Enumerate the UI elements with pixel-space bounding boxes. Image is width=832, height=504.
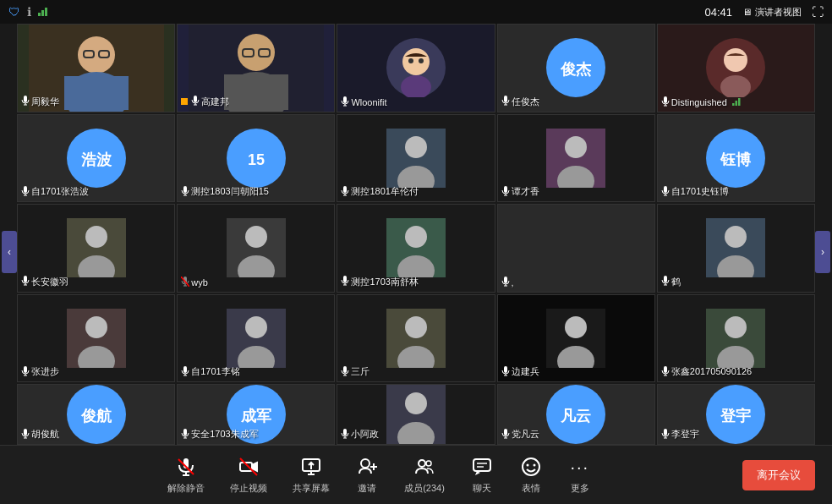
avatar-comma [498, 205, 654, 292]
toolbar-chat[interactable]: 聊天 [470, 455, 494, 495]
time-display: 04:41 [704, 6, 732, 19]
svg-point-165 [419, 460, 425, 467]
participant-cell-sanjin: 三斤 [337, 294, 495, 383]
svg-rect-148 [664, 429, 667, 436]
svg-point-21 [408, 58, 413, 63]
participant-cell-renjunjie: 俊杰 任俊杰 [497, 24, 655, 112]
svg-rect-59 [504, 186, 507, 193]
cell-label-bianjianbing: 边建兵 [501, 365, 539, 378]
top-bar-left: 🛡 ℹ [8, 5, 47, 19]
cell-label-zhangxin: 张鑫201705090126 [661, 365, 752, 378]
mic-icon-zhangxin [661, 366, 670, 378]
svg-rect-14 [224, 74, 288, 110]
cell-label-changan: 长安徽羽 [21, 276, 68, 288]
toolbar-video[interactable]: 停止视频 [230, 455, 267, 495]
mic-icon-hujunhang [21, 429, 30, 441]
toolbar-mute[interactable]: 解除静音 [167, 455, 205, 495]
cell-label-comma: , [501, 277, 514, 288]
mic-icon-wyb [181, 277, 189, 288]
cell-label-nanshulin: 测控1703南舒林 [341, 276, 418, 288]
participant-cell-zhuchengj: 成军 安全1703朱成军 [177, 384, 335, 445]
svg-point-96 [85, 316, 107, 338]
toolbar-label-invite: 邀请 [358, 482, 376, 495]
svg-rect-23 [343, 96, 347, 103]
presenter-view-btn[interactable]: 🖥 演讲者视图 [742, 6, 802, 19]
svg-text:15: 15 [248, 151, 265, 168]
mic-icon-zhuchengj [181, 429, 189, 441]
svg-rect-127 [24, 429, 27, 436]
participant-cell-wyb: wyb [177, 204, 335, 293]
cell-label-renjunjie: 任俊杰 [501, 96, 539, 108]
svg-rect-132 [183, 429, 187, 436]
participant-cell-wloonifit: Wloonifit [337, 24, 495, 112]
svg-rect-34 [664, 96, 667, 103]
next-page-arrow[interactable]: › [815, 231, 830, 273]
mic-icon-zhangjinbu [21, 366, 30, 378]
svg-rect-83 [343, 276, 347, 282]
toolbar-members[interactable]: 成员(234) [404, 455, 445, 495]
shield-icon: 🛡 [8, 5, 20, 19]
toolbar-icon-members [413, 455, 436, 479]
participant-cell-bianjianbing: 边建兵 [497, 294, 655, 383]
svg-point-114 [565, 316, 587, 338]
prev-page-arrow[interactable]: ‹ [2, 231, 17, 273]
leave-meeting-button[interactable]: 离开会议 [742, 460, 815, 490]
participant-cell-changan: 长安徽羽 [17, 204, 175, 293]
cell-label-mekong: 测控1801牟伦付 [341, 185, 418, 198]
svg-rect-53 [343, 186, 347, 193]
svg-rect-70 [24, 276, 27, 282]
participant-cell-haobob: 浩波 自1701张浩波 [17, 114, 175, 203]
mic-icon-changan [21, 276, 30, 288]
participant-cell-comma: , [497, 204, 655, 293]
participant-cell-distinguished: Distinguished [657, 24, 815, 112]
toolbar-label-emoji: 表情 [522, 482, 540, 495]
toolbar-icon-chat [470, 455, 494, 479]
svg-rect-42 [24, 186, 27, 193]
svg-rect-104 [183, 366, 187, 373]
svg-text:俊杰: 俊杰 [560, 61, 592, 78]
svg-text:钰博: 钰博 [720, 151, 752, 168]
toolbar-icon-invite [355, 455, 379, 479]
svg-point-172 [533, 464, 535, 467]
toolbar-more[interactable]: ··· 更多 [568, 455, 592, 495]
toolbar-emoji[interactable]: 表情 [519, 455, 543, 495]
svg-point-120 [725, 316, 747, 338]
mic-icon-dangyun [501, 429, 510, 441]
cell-label-distinguished: Distinguished [661, 96, 742, 108]
cell-label-tancaixiang: 谭才香 [501, 185, 539, 198]
svg-point-32 [724, 48, 747, 72]
svg-point-90 [725, 226, 747, 248]
participant-cell-tancaixiang: 谭才香 [497, 114, 655, 203]
mic-icon-shidunbo [661, 186, 670, 198]
svg-rect-15 [194, 96, 197, 102]
cell-label-he: 鹤 [661, 276, 681, 288]
mic-icon-gaojian [191, 96, 200, 107]
svg-rect-6 [24, 96, 27, 102]
toolbar-icon-mute [174, 455, 198, 479]
toolbar-icon-more: ··· [568, 455, 592, 479]
svg-point-136 [405, 392, 427, 414]
toolbar-center: 解除静音 停止视频 共享屏幕 邀请 成员 [17, 455, 742, 495]
toolbar-invite[interactable]: 邀请 [355, 455, 379, 495]
mic-icon-tancaixiang [501, 186, 510, 198]
participant-cell-gaojian: 高建邦 [177, 24, 335, 112]
toolbar-label-video: 停止视频 [230, 482, 267, 495]
participant-cell-liming: 自1701李铭 [177, 294, 335, 383]
svg-point-170 [523, 458, 539, 475]
svg-point-57 [565, 136, 587, 158]
top-bar-right: 04:41 🖥 演讲者视图 ⛶ [704, 5, 824, 19]
participant-cell-he: 鹤 [657, 204, 815, 293]
mic-icon-wloonifit [341, 96, 349, 108]
avatar-he [658, 205, 814, 292]
svg-rect-143 [504, 429, 507, 436]
participant-cell-num15: 15 测控1803闫朝阳15 [177, 114, 335, 203]
cell-label-zhouyihua: 周毅华 [21, 96, 59, 108]
toolbar-share[interactable]: 共享屏幕 [293, 455, 330, 495]
participant-cell-dangyun: 凡云 党凡云 [497, 384, 655, 445]
svg-text:成军: 成军 [240, 408, 271, 425]
fullscreen-icon[interactable]: ⛶ [812, 5, 824, 19]
svg-rect-37 [732, 103, 735, 106]
svg-point-19 [402, 48, 430, 75]
cell-label-zhuchengj: 安全1703朱成军 [181, 428, 258, 441]
top-bar: 🛡 ℹ 04:41 🖥 演讲者视图 ⛶ [0, 0, 832, 24]
